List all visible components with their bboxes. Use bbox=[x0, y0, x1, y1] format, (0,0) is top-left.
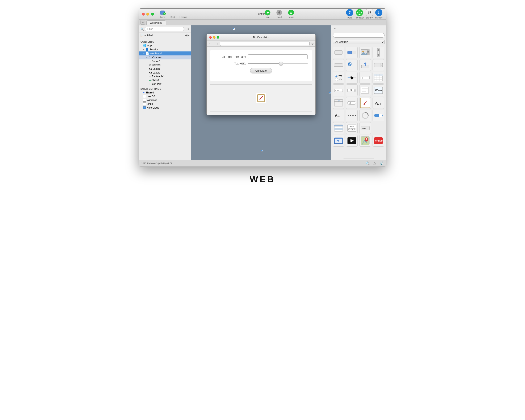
maximize-button[interactable] bbox=[151, 13, 154, 16]
ctrl-webview[interactable]: Www bbox=[373, 84, 384, 96]
filter-input[interactable] bbox=[145, 27, 184, 31]
tree-item-shared[interactable]: ● Shared bbox=[139, 91, 191, 94]
forward-button[interactable]: → Forward bbox=[178, 9, 188, 19]
settings-icon[interactable]: ⚙ bbox=[333, 26, 338, 31]
ctrl-radiogroup[interactable]: Yes No bbox=[333, 72, 344, 84]
tree-item-session[interactable]: ▶ 👤 Session bbox=[139, 47, 191, 51]
ctrl-textarea[interactable] bbox=[359, 84, 371, 96]
ctrl-youtube[interactable]: You Tube bbox=[373, 135, 384, 147]
center-canvas[interactable]: Tip Calculator ← → ⌂ ↻ Bill Total (Post-… bbox=[191, 25, 331, 160]
svg-rect-16 bbox=[334, 51, 343, 54]
nav-prev-icon[interactable]: ◀ bbox=[185, 34, 187, 37]
ctrl-textfield[interactable] bbox=[359, 72, 371, 84]
tree-item-app[interactable]: 🌐 App bbox=[139, 44, 191, 47]
ctrl-slider[interactable] bbox=[346, 72, 358, 84]
tree-item-canvas1[interactable]: ☑ Canvas1 bbox=[139, 63, 191, 67]
ctrl-popup[interactable] bbox=[373, 59, 384, 71]
tree-item-windows[interactable]: Windows bbox=[139, 98, 191, 102]
svg-text:<A>: <A> bbox=[362, 127, 366, 130]
inspector-button[interactable]: ℹ Inspector bbox=[375, 9, 383, 19]
calc-forward-btn[interactable]: → bbox=[213, 42, 216, 46]
ctrl-spinner[interactable] bbox=[359, 110, 371, 121]
ctrl-htmlviewer[interactable]: <A> bbox=[359, 122, 371, 134]
ctrl-segmented[interactable] bbox=[333, 59, 344, 71]
left-panel: 🔍 ≡ 📋 untitled ◀ ▶ Contents 🌐 App bbox=[139, 25, 191, 160]
linux-checkbox[interactable] bbox=[143, 103, 146, 105]
ctrl-numberfield[interactable]: 123 bbox=[346, 84, 358, 96]
web-label: WEB bbox=[250, 174, 275, 184]
canvas1-icon: ☑ bbox=[149, 64, 151, 66]
tree-item-linux[interactable]: Linux bbox=[139, 102, 191, 106]
tree-item-slider1[interactable]: ◀ Slider1 bbox=[139, 78, 191, 82]
ctrl-screenshot[interactable] bbox=[333, 135, 344, 147]
bill-input[interactable] bbox=[248, 54, 308, 59]
ctrl-imagepicker[interactable] bbox=[359, 47, 371, 58]
calc-home-btn[interactable]: ⌂ bbox=[217, 42, 218, 45]
insert-button[interactable]: + Insert bbox=[158, 9, 167, 19]
calc-reload-btn[interactable]: ↻ bbox=[311, 42, 314, 45]
nav-next-icon[interactable]: ▶ bbox=[188, 34, 189, 37]
toolbar-right: ? Help Feedback OK bbox=[346, 9, 383, 19]
library-button[interactable]: OK Library bbox=[366, 9, 373, 19]
help-button[interactable]: ? Help bbox=[346, 9, 353, 19]
ctrl-movieplayer[interactable] bbox=[346, 135, 358, 147]
windows-checkbox[interactable] bbox=[143, 99, 146, 102]
ctrl-listview[interactable]: UI Button Blank Canv. Some Button bbox=[346, 122, 358, 134]
ctrl-scroll[interactable] bbox=[373, 47, 384, 58]
ctrl-upload[interactable] bbox=[359, 59, 371, 71]
tree-item-label2[interactable]: Aa Label2 bbox=[139, 71, 191, 75]
tree-item-label1[interactable]: Aa Label1 bbox=[139, 67, 191, 71]
svg-text:UI Button: UI Button bbox=[348, 126, 354, 127]
warning-status-icon[interactable]: ⚠ bbox=[373, 161, 376, 165]
tree-item-button1[interactable]: ▭ Button1 bbox=[139, 59, 191, 63]
ctrl-fontpicker[interactable]: Aa bbox=[373, 97, 384, 109]
tree-item-textfield1[interactable]: I| TextField1 bbox=[139, 82, 191, 86]
controls-select[interactable]: All Controls bbox=[333, 40, 384, 44]
yes-radio-circle bbox=[335, 75, 338, 77]
ctrl-email[interactable]: I @ bbox=[333, 84, 344, 96]
ctrl-mapviewer[interactable] bbox=[359, 135, 371, 147]
svg-text:Tube: Tube bbox=[379, 140, 383, 142]
wifi-status-icon[interactable]: 📡 bbox=[379, 161, 384, 165]
ctrl-stripedlist[interactable] bbox=[333, 122, 344, 134]
tree-item-controls[interactable]: ▼ 🗂 Controls bbox=[139, 56, 191, 59]
ctrl-listbox[interactable] bbox=[373, 72, 384, 84]
tree-item-macos[interactable]: macOS bbox=[139, 94, 191, 98]
tree-item-rectangle1[interactable]: ▭ Rectangle1 bbox=[139, 75, 191, 78]
back-button[interactable]: ← Back bbox=[168, 9, 178, 19]
ctrl-mobileswitch[interactable] bbox=[373, 110, 384, 121]
search-bar: 🔍 ≡ bbox=[139, 25, 191, 33]
search-status-icon[interactable]: 🔍 bbox=[366, 161, 370, 165]
controls-dropdown: All Controls bbox=[331, 39, 386, 45]
tab-webpage1[interactable]: WebPage1 bbox=[146, 20, 166, 25]
ctrl-button[interactable] bbox=[333, 47, 344, 58]
calculate-button[interactable]: Calculate bbox=[250, 68, 272, 73]
xojocloud-checkbox[interactable]: ✓ bbox=[143, 106, 146, 109]
deploy-button[interactable]: Deploy bbox=[286, 9, 296, 19]
ctrl-toggle[interactable] bbox=[346, 47, 358, 58]
feedback-button[interactable]: Feedback bbox=[355, 9, 364, 19]
calc-minimize[interactable] bbox=[213, 36, 216, 39]
tree-item-webpage1[interactable]: ▼ 📄 WebPage1 bbox=[139, 51, 191, 56]
ctrl-checkbox[interactable] bbox=[346, 59, 358, 71]
feedback-icon bbox=[356, 9, 363, 16]
tree-item-xojocloud[interactable]: ✓ Xojo Cloud bbox=[139, 106, 191, 110]
run-button[interactable]: Run bbox=[263, 9, 272, 19]
close-button[interactable] bbox=[142, 13, 145, 16]
ctrl-searchfield[interactable] bbox=[346, 97, 358, 109]
macos-checkbox[interactable] bbox=[143, 95, 146, 98]
svg-point-77 bbox=[348, 115, 349, 116]
ctrl-separator[interactable] bbox=[346, 110, 358, 121]
ctrl-label[interactable]: Aa bbox=[333, 110, 344, 121]
calc-back-btn[interactable]: ← bbox=[208, 42, 212, 46]
build-button[interactable]: Build bbox=[275, 9, 284, 19]
calc-maximize[interactable] bbox=[217, 36, 219, 39]
slider-thumb[interactable] bbox=[279, 62, 283, 65]
add-tab-button[interactable]: + bbox=[141, 20, 145, 25]
ctrl-canvas[interactable] bbox=[359, 97, 371, 109]
right-search-input[interactable] bbox=[333, 33, 384, 37]
minimize-button[interactable] bbox=[146, 13, 149, 16]
calc-close[interactable] bbox=[209, 36, 212, 39]
ctrl-vertsplit[interactable]: I @ bbox=[333, 97, 344, 109]
calc-address-bar[interactable] bbox=[220, 42, 309, 46]
